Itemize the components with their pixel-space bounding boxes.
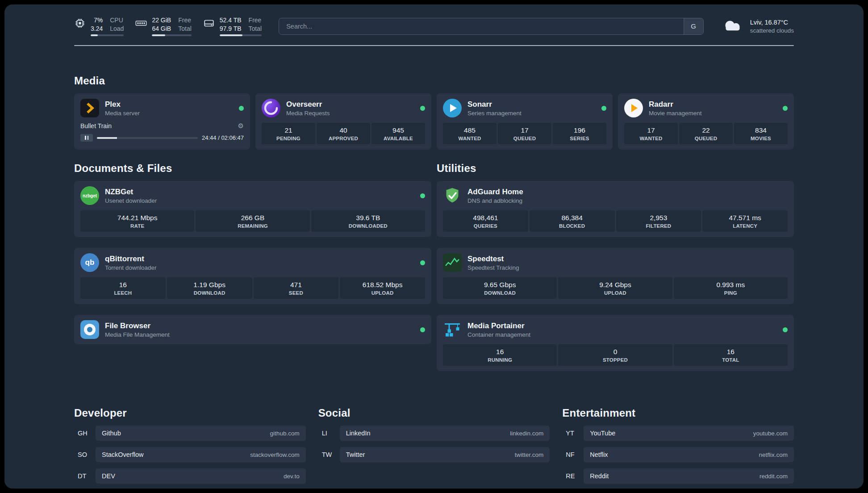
cpu-load-value: 3.24 [91,25,103,33]
nzbget-icon: nzbget [80,186,99,205]
stat-total: 16 TOTAL [674,344,788,366]
cpu-widget: 7% CPU 3.24 Load [74,16,124,36]
pause-button[interactable] [80,134,93,142]
bookmark-group-social: Social LI LinkedIn linkedin.com TW Twitt… [318,407,550,489]
disk-free-label: Free [249,16,262,24]
plex-icon [80,99,99,117]
service-subtitle: Media File Management [105,331,170,338]
stat-seed: 471 SEED [254,277,339,299]
service-name: NZBGet [105,188,157,196]
bookmark-netflix[interactable]: NF Netflix netflix.com [562,447,794,462]
bookmark-name: Netflix [590,451,608,458]
service-name: qBittorrent [105,255,157,263]
memory-progress-bar [152,34,191,36]
bookmark-abbr: SO [74,451,96,458]
service-subtitle: Media Requests [286,110,330,117]
bookmark-url: linkedin.com [510,430,543,437]
header-divider [74,45,794,46]
bookmark-url: netflix.com [759,451,788,458]
service-card-sonarr[interactable]: Sonarr Series management 485 WANTED 17 Q… [437,93,613,150]
service-card-speedtest[interactable]: Speedtest Speedtest Tracking 9.65 Gbps D… [437,248,794,304]
service-card-nzbget[interactable]: nzbget NZBGet Usenet downloader 744.21 M… [74,181,431,237]
stat-queued: 17 QUEUED [498,123,551,144]
stat-rate: 744.21 Mbps RATE [80,210,194,232]
bookmark-url: github.com [270,430,300,437]
service-name: Overseerr [286,100,330,109]
bookmark-name: StackOverflow [102,451,143,458]
service-card-radarr[interactable]: Radarr Movie management 17 WANTED 22 QUE… [618,93,794,150]
section-title-developer: Developer [74,407,306,419]
service-card-adguard[interactable]: AdGuard Home DNS and adblocking 498,461 … [437,181,794,237]
section-title-entertainment: Entertainment [562,407,794,419]
service-card-portainer[interactable]: Media Portainer Container management 16 … [437,315,794,371]
bookmark-dev[interactable]: DT DEV dev.to [74,468,306,484]
playback-progress-bar[interactable] [97,137,198,139]
bookmark-name: YouTube [590,430,615,437]
weather-condition: scattered clouds [750,27,794,34]
stat-queries: 498,461 QUERIES [443,210,528,232]
status-dot [420,327,425,332]
service-card-overseerr[interactable]: Overseerr Media Requests 21 PENDING 40 A… [255,93,431,150]
adguard-icon [443,186,462,205]
service-name: AdGuard Home [467,188,523,196]
bookmark-reddit[interactable]: RE Reddit reddit.com [562,468,794,484]
bookmark-name: Github [102,430,121,437]
cpu-load-label: Load [110,25,124,33]
dashboard-panel: 7% CPU 3.24 Load [4,4,864,489]
bookmark-linkedin[interactable]: LI LinkedIn linkedin.com [318,426,550,441]
search-input[interactable] [279,18,684,34]
stat-movies: 834 MOVIES [734,123,788,144]
cpu-usage-value: 7% [91,16,103,24]
weather-widget: Lviv, 16.87°C scattered clouds [721,18,794,34]
stat-wanted: 485 WANTED [443,123,497,144]
disk-free-value: 52.4 TB [220,16,242,24]
search-bar: G [279,18,704,35]
bookmark-name: LinkedIn [346,430,371,437]
cpu-usage-label: CPU [110,16,124,24]
disk-total-label: Total [249,25,262,33]
status-dot [601,106,606,111]
bookmark-name: Reddit [590,472,609,480]
service-card-plex[interactable]: Plex Media server Bullet Train ⚙ [74,93,250,150]
bookmark-stackoverflow[interactable]: SO StackOverflow stackoverflow.com [74,447,306,462]
radarr-icon [624,99,643,117]
bookmark-github[interactable]: GH Github github.com [74,426,306,441]
bookmark-url: stackoverflow.com [250,451,299,458]
service-card-filebrowser[interactable]: File Browser Media File Management [74,315,431,344]
stat-filtered: 2,953 FILTERED [616,210,701,232]
bookmark-url: reddit.com [760,473,788,480]
memory-free-label: Free [178,16,192,24]
bookmark-url: youtube.com [753,430,788,437]
stat-available: 945 AVAILABLE [371,123,425,144]
section-title-media: Media [74,75,794,87]
stat-blocked: 86,384 BLOCKED [530,210,615,232]
speedtest-icon [443,253,462,272]
header-bar: 7% CPU 3.24 Load [74,16,794,36]
service-subtitle: Usenet downloader [105,197,157,204]
bookmark-abbr: GH [74,430,96,437]
weather-location: Lviv, 16.87°C [750,19,794,26]
status-dot [420,260,425,265]
bookmark-name: Twitter [346,451,365,458]
service-subtitle: Movie management [649,110,702,117]
now-playing-track: Bullet Train [80,122,112,130]
section-title-social: Social [318,407,550,419]
memory-total-value: 64 GiB [152,25,171,33]
bookmark-youtube[interactable]: YT YouTube youtube.com [562,426,794,441]
stat-leech: 16 LEECH [80,277,166,299]
bookmark-abbr: TW [318,451,340,458]
disk-widget: 52.4 TB Free 97.9 TB Total [203,16,262,36]
stat-running: 16 RUNNING [443,344,557,366]
service-subtitle: Speedtest Tracking [467,264,519,271]
service-card-qbittorrent[interactable]: qb qBittorrent Torrent downloader 16 LEE… [74,248,431,304]
service-name: Media Portainer [467,322,530,330]
search-provider-button[interactable]: G [684,18,703,34]
disk-total-value: 97.9 TB [220,25,242,33]
cloud-icon [721,18,745,34]
stat-downloaded: 39.6 TB DOWNLOADED [311,210,425,232]
service-subtitle: Series management [467,110,522,117]
settings-gear-icon[interactable]: ⚙ [238,122,244,130]
section-utilities: Utilities AdGuard Home DNS and adblocki [437,162,794,382]
bookmark-twitter[interactable]: TW Twitter twitter.com [318,447,550,462]
memory-total-label: Total [178,25,192,33]
